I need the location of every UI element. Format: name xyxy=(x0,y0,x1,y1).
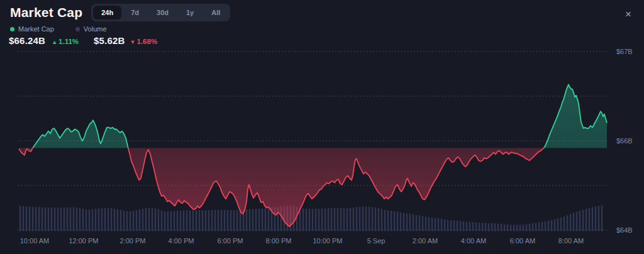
volume-bar xyxy=(598,206,599,231)
volume-bar xyxy=(145,208,147,231)
volume-bar xyxy=(378,208,379,231)
volume-bar xyxy=(400,213,401,231)
volume-bar xyxy=(89,209,90,231)
volume-bar xyxy=(441,219,442,231)
chart-header: Market Cap 24h7d30d1yAll xyxy=(10,4,230,21)
volume-dot-icon xyxy=(75,27,80,31)
legend-item-market-cap[interactable]: Market Cap xyxy=(10,25,54,33)
tab-1y[interactable]: 1y xyxy=(178,6,202,19)
volume-bars xyxy=(19,206,602,231)
volume-bar xyxy=(233,210,235,231)
volume-bar xyxy=(497,224,499,231)
volume-bar xyxy=(526,224,527,231)
volume-bar xyxy=(196,211,197,231)
volume-bar xyxy=(488,223,489,231)
volume-bar xyxy=(573,213,574,231)
volume-bar xyxy=(202,211,203,231)
price-area-fill xyxy=(19,85,607,227)
market-cap-value: $66.24B xyxy=(9,35,45,46)
volume-bar xyxy=(579,211,580,231)
volume-bar xyxy=(255,209,257,231)
tab-30d[interactable]: 30d xyxy=(148,6,177,19)
volume-bar xyxy=(560,218,562,231)
volume-bar xyxy=(601,206,602,231)
volume-bar xyxy=(123,211,125,231)
tab-7d[interactable]: 7d xyxy=(123,6,147,19)
volume-bar xyxy=(381,209,382,231)
volume-bar xyxy=(529,224,530,231)
x-axis-labels: 10:00 AM12:00 PM2:00 PM4:00 PM6:00 PM8:0… xyxy=(20,237,584,245)
volume-bar xyxy=(387,211,389,231)
legend-volume-label: Volume xyxy=(84,25,107,33)
volume-bar xyxy=(95,209,96,231)
volume-bar xyxy=(130,211,131,231)
volume-bar xyxy=(406,213,408,231)
time-range-tabs: 24h7d30d1yAll xyxy=(91,4,230,21)
y-axis-label: $64B xyxy=(616,226,633,234)
volume-bar xyxy=(328,208,329,231)
volume-bar xyxy=(139,209,140,231)
x-axis-label: 5 Sep xyxy=(367,237,386,245)
volume-bar xyxy=(372,207,373,231)
y-axis-label: $67B xyxy=(616,48,633,55)
tab-24h[interactable]: 24h xyxy=(93,6,121,19)
volume-bar xyxy=(246,209,247,231)
volume-bar xyxy=(538,223,540,231)
x-axis-label: 4:00 AM xyxy=(461,237,486,245)
close-icon[interactable]: × xyxy=(623,6,634,22)
volume-bar xyxy=(416,215,417,231)
market-cap-panel: $67B$66B$64B 10:00 AM12:00 PM2:00 PM4:00… xyxy=(0,0,644,254)
x-axis-label: 2:00 AM xyxy=(413,237,438,245)
volume-bar xyxy=(252,209,253,231)
volume-bar xyxy=(205,210,206,231)
volume-bar xyxy=(504,224,505,231)
volume-bar xyxy=(86,209,87,231)
volume-bar xyxy=(391,211,392,231)
volume-bar xyxy=(70,207,71,231)
volume-bar xyxy=(236,210,238,231)
volume-bar xyxy=(431,218,433,231)
volume-bar xyxy=(98,209,99,231)
legend-item-volume[interactable]: Volume xyxy=(75,25,107,33)
volume-bar xyxy=(92,209,93,231)
volume-bar xyxy=(463,221,464,231)
volume-bar xyxy=(369,207,370,231)
volume-bar xyxy=(340,208,341,231)
volume-bar xyxy=(29,207,30,231)
volume-bar xyxy=(315,209,316,231)
volume-bar xyxy=(158,209,159,231)
volume-bar xyxy=(186,211,187,231)
legend-market-cap-label: Market Cap xyxy=(18,25,54,33)
volume-bar xyxy=(268,208,269,231)
volume-bar xyxy=(64,207,65,231)
volume-bar xyxy=(551,220,552,231)
volume-bar xyxy=(475,223,477,231)
volume-bar xyxy=(460,221,461,231)
volume-bar xyxy=(152,208,153,231)
volume-bar xyxy=(309,209,310,231)
x-axis-label: 8:00 PM xyxy=(266,237,292,245)
volume-bar xyxy=(161,211,162,231)
volume-bar xyxy=(104,208,106,231)
volume-bar xyxy=(312,209,313,231)
x-axis-label: 4:00 PM xyxy=(169,237,194,245)
volume-bar xyxy=(76,207,77,231)
volume-bar xyxy=(183,211,184,231)
volume-bar xyxy=(510,225,511,231)
volume-bar xyxy=(192,211,194,231)
volume-bar xyxy=(208,210,209,231)
volume-bar xyxy=(595,206,596,231)
tab-all[interactable]: All xyxy=(203,6,228,19)
volume-bar xyxy=(466,222,467,231)
volume-bar xyxy=(485,223,486,231)
volume-bar xyxy=(589,208,590,231)
volume-bar xyxy=(23,206,24,231)
volume-bar xyxy=(258,209,260,231)
volume-bar xyxy=(51,207,52,231)
market-cap-change-pct: 1.11% xyxy=(58,38,79,45)
x-axis-label: 2:00 PM xyxy=(120,237,146,245)
volume-bar xyxy=(347,208,348,231)
volume-bar xyxy=(548,221,549,231)
volume-bar xyxy=(337,208,338,231)
volume-bar xyxy=(428,217,430,231)
